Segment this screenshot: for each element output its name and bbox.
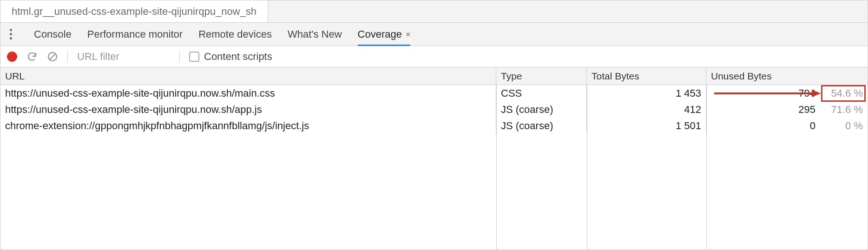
unused-bytes-value: 295 xyxy=(790,104,815,116)
content-scripts-toggle[interactable]: Content scripts xyxy=(189,51,272,63)
th-type[interactable]: Type xyxy=(496,67,587,85)
cell-total: 1 453 xyxy=(587,85,706,101)
tab-label: Remote devices xyxy=(198,28,272,40)
cell-type: JS (coarse) xyxy=(496,118,587,134)
url-filter-input[interactable] xyxy=(77,51,170,63)
coverage-table: URL Type Total Bytes Unused Bytes https:… xyxy=(0,67,868,250)
table-row[interactable]: https://unused-css-example-site-qijunirq… xyxy=(0,85,868,101)
breadcrumb-bar: html.gr__unused-css-example-site-qijunir… xyxy=(0,0,868,23)
tab-label: What's New xyxy=(288,28,342,40)
th-unused[interactable]: Unused Bytes xyxy=(706,67,868,85)
toolbar-separator xyxy=(179,51,180,63)
kebab-menu-icon[interactable] xyxy=(6,29,15,39)
checkbox-icon[interactable] xyxy=(189,52,199,62)
breadcrumb-tab[interactable]: html.gr__unused-css-example-site-qijunir… xyxy=(0,0,268,22)
cell-type: JS (coarse) xyxy=(496,101,587,118)
tab-whats-new[interactable]: What's New xyxy=(288,23,342,46)
record-button[interactable] xyxy=(7,52,17,62)
cell-url: chrome-extension://gppongmhjkpfnbhagpmjf… xyxy=(0,118,496,134)
cell-unused: 794 54.6 % xyxy=(706,85,868,101)
unused-bytes-value: 0 xyxy=(790,120,815,132)
unused-bytes-value: 794 xyxy=(790,87,815,99)
breadcrumb-text: html.gr__unused-css-example-site-qijunir… xyxy=(12,6,256,18)
cell-total: 412 xyxy=(587,101,706,118)
clear-icon[interactable] xyxy=(47,51,58,62)
tab-remote-devices[interactable]: Remote devices xyxy=(198,23,272,46)
th-url[interactable]: URL xyxy=(0,67,496,85)
cell-url: https://unused-css-example-site-qijunirq… xyxy=(0,85,496,101)
devtools-panel: html.gr__unused-css-example-site-qijunir… xyxy=(0,0,868,250)
tab-label: Coverage xyxy=(358,28,402,40)
tab-coverage[interactable]: Coverage × xyxy=(358,23,411,46)
unused-pct-value: 0 % xyxy=(820,120,863,132)
table-body: https://unused-css-example-site-qijunirq… xyxy=(0,85,868,250)
tab-label: Console xyxy=(34,28,72,40)
tab-performance-monitor[interactable]: Performance monitor xyxy=(87,23,183,46)
reload-icon[interactable] xyxy=(26,51,38,62)
cell-url: https://unused-css-example-site-qijunirq… xyxy=(0,101,496,118)
th-total[interactable]: Total Bytes xyxy=(587,67,706,85)
coverage-toolbar: Content scripts xyxy=(0,46,868,67)
unused-pct-value: 54.6 % xyxy=(820,87,863,99)
tab-console[interactable]: Console xyxy=(34,23,72,46)
toolbar-separator xyxy=(67,51,68,63)
tab-label: Performance monitor xyxy=(87,28,183,40)
cell-total: 1 501 xyxy=(587,118,706,134)
cell-type: CSS xyxy=(496,85,587,101)
drawer-tabs: Console Performance monitor Remote devic… xyxy=(0,23,868,46)
table-header: URL Type Total Bytes Unused Bytes xyxy=(0,67,868,85)
close-icon[interactable]: × xyxy=(406,30,411,39)
cell-unused: 295 71.6 % xyxy=(706,101,868,118)
svg-line-1 xyxy=(50,54,55,59)
table-row[interactable]: https://unused-css-example-site-qijunirq… xyxy=(0,101,868,118)
table-row[interactable]: chrome-extension://gppongmhjkpfnbhagpmjf… xyxy=(0,118,868,134)
content-scripts-label: Content scripts xyxy=(204,51,272,63)
unused-pct-value: 71.6 % xyxy=(820,104,863,116)
cell-unused: 0 0 % xyxy=(706,118,868,134)
